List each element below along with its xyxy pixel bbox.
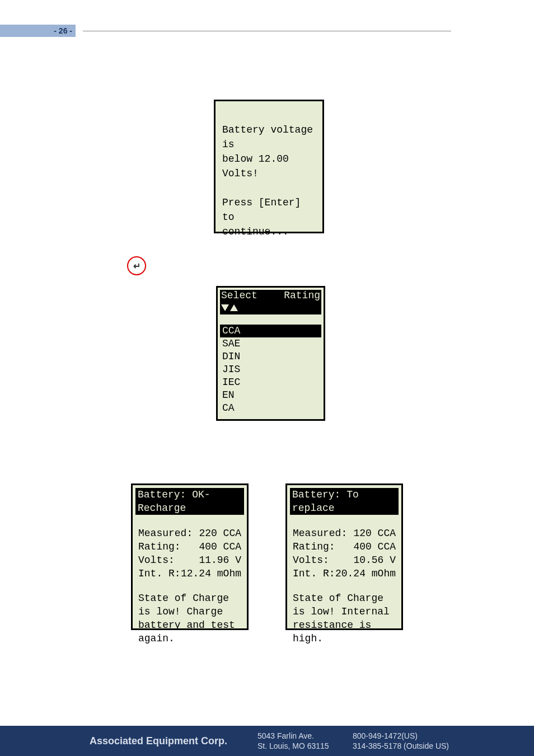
rating-option-iec[interactable]: IEC	[220, 376, 321, 389]
lcd3-title: Battery: OK-Recharge	[135, 488, 244, 515]
lcd4-rating-label: Rating:	[293, 540, 335, 553]
lcd1-line1: Battery voltage is	[222, 123, 316, 152]
lcd4-title: Battery: To replace	[290, 488, 399, 515]
lcd1-line4: continue...	[222, 224, 316, 239]
rating-option-sae[interactable]: SAE	[220, 337, 321, 350]
lcd3-spacer1	[135, 515, 245, 527]
lcd-screen-to-replace: Battery: To replace Measured:120 CCA Rat…	[285, 483, 403, 630]
lcd3-rating-label: Rating:	[138, 540, 181, 553]
lcd4-intr-label: Int. R:	[293, 567, 335, 580]
lcd1-blank	[222, 181, 316, 195]
lcd2-gap	[220, 314, 321, 325]
footer-address: 5043 Farlin Ave. St. Louis, MO 63115	[257, 731, 353, 751]
lcd1-line2: below 12.00 Volts!	[222, 152, 316, 181]
lcd-screen-ok-recharge: Battery: OK-Recharge Measured:220 CCA Ra…	[131, 483, 249, 630]
lcd4-rating-value: 400 CCA	[353, 540, 396, 553]
lcd3-volts-value: 11.96 V	[199, 553, 241, 567]
lcd2-header: Select Rating	[220, 290, 321, 301]
lcd4-spacer1	[289, 515, 399, 527]
lcd4-spacer2	[289, 580, 399, 591]
lcd4-row-volts: Volts:10.56 V	[289, 553, 399, 567]
lcd3-rating-value: 400 CCA	[199, 540, 241, 553]
header-rule	[83, 31, 451, 31]
lcd3-volts-label: Volts:	[138, 553, 175, 567]
lcd3-message: State of Charge is low! Charge battery a…	[135, 591, 245, 645]
lcd3-measured-value: 220 CCA	[199, 527, 241, 540]
lcd4-message: State of Charge is low! Internal resista…	[289, 591, 399, 645]
lcd4-row-rating: Rating:400 CCA	[289, 540, 399, 553]
lcd3-row-volts: Volts:11.96 V	[135, 553, 245, 567]
lcd3-spacer2	[135, 580, 245, 591]
page: - 26 - Battery voltage is below 12.00 Vo…	[0, 0, 534, 756]
triangle-up-icon	[230, 304, 238, 311]
page-number-bar: - 26 -	[0, 25, 76, 37]
footer-phones: 800-949-1472(US) 314-385-5178 (Outside U…	[353, 731, 476, 751]
lcd2-header-left: Select	[221, 290, 257, 301]
lcd3-measured-label: Measured:	[138, 527, 193, 540]
enter-button[interactable]: ↵	[127, 256, 146, 275]
lcd3-intr-value: 12.24 mOhm	[181, 567, 241, 580]
lcd4-intr-value: 20.24 mOhm	[335, 567, 396, 580]
lcd3-row-rating: Rating:400 CCA	[135, 540, 245, 553]
rating-option-en[interactable]: EN	[220, 389, 321, 402]
lcd4-volts-value: 10.56 V	[353, 553, 396, 567]
lcd3-row-measured: Measured:220 CCA	[135, 527, 245, 540]
footer-company: Associated Equipment Corp.	[90, 735, 257, 747]
lcd4-measured-value: 120 CCA	[353, 527, 396, 540]
lcd4-row-measured: Measured:120 CCA	[289, 527, 399, 540]
lcd-screen-voltage-warning: Battery voltage is below 12.00 Volts! Pr…	[214, 100, 324, 233]
lcd4-measured-label: Measured:	[293, 527, 347, 540]
page-footer: Associated Equipment Corp. 5043 Farlin A…	[0, 726, 534, 756]
rating-option-din[interactable]: DIN	[220, 350, 321, 363]
footer-addr2: St. Louis, MO 63115	[257, 741, 353, 751]
lcd-screen-select-rating: Select Rating CCA SAE DIN JIS IEC EN CA	[216, 286, 325, 421]
lcd2-header-right: Rating	[284, 290, 320, 301]
lcd1-line3: Press [Enter] to	[222, 195, 316, 224]
footer-phone1: 800-949-1472(US)	[353, 731, 476, 741]
footer-addr1: 5043 Farlin Ave.	[257, 731, 353, 741]
rating-option-jis[interactable]: JIS	[220, 363, 321, 376]
lcd3-row-intr: Int. R:12.24 mOhm	[135, 567, 245, 580]
footer-phone2: 314-385-5178 (Outside US)	[353, 741, 476, 751]
page-number: - 26 -	[54, 26, 72, 35]
lcd2-arrow-row	[220, 301, 321, 314]
rating-option-cca[interactable]: CCA	[220, 325, 321, 337]
lcd4-row-intr: Int. R:20.24 mOhm	[289, 567, 399, 580]
lcd4-volts-label: Volts:	[293, 553, 329, 567]
triangle-down-icon	[221, 304, 229, 311]
enter-icon: ↵	[133, 261, 140, 271]
lcd3-intr-label: Int. R:	[138, 567, 181, 580]
rating-option-ca[interactable]: CA	[220, 402, 321, 415]
